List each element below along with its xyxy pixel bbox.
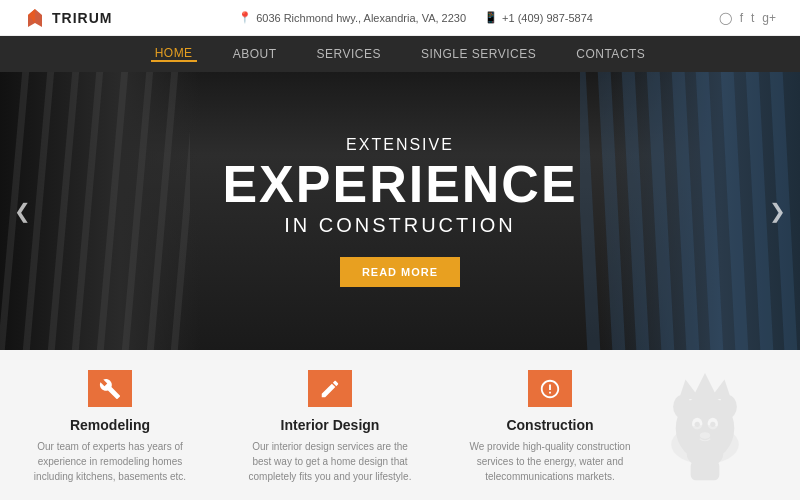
interior-title: Interior Design bbox=[281, 417, 380, 433]
lion-watermark bbox=[640, 360, 770, 490]
building-line-r-4 bbox=[647, 72, 674, 350]
top-bar-contact: 📍 6036 Richmond hwy., Alexandria, VA, 22… bbox=[238, 11, 593, 24]
instagram-icon[interactable]: ◯ bbox=[719, 11, 732, 25]
main-nav: HOME ABOUT SERVICES SINGLE SERVICES CONT… bbox=[0, 36, 800, 72]
building-line-6 bbox=[122, 72, 153, 350]
building-line-3 bbox=[47, 72, 78, 350]
address-info: 📍 6036 Richmond hwy., Alexandria, VA, 22… bbox=[238, 11, 466, 24]
nav-home[interactable]: HOME bbox=[151, 46, 197, 62]
service-card-construction: Construction We provide high-quality con… bbox=[440, 350, 660, 500]
svg-point-4 bbox=[673, 395, 691, 418]
svg-rect-13 bbox=[691, 461, 720, 481]
address-text: 6036 Richmond hwy., Alexandria, VA, 2230 bbox=[256, 12, 466, 24]
logo-text: TRIRUM bbox=[52, 10, 112, 26]
phone-text: +1 (409) 987-5874 bbox=[502, 12, 593, 24]
logo[interactable]: TRIRUM bbox=[24, 7, 112, 29]
building-line-4 bbox=[72, 72, 103, 350]
service-card-interior: Interior Design Our interior design serv… bbox=[220, 350, 440, 500]
phone-info: 📱 +1 (409) 987-5874 bbox=[484, 11, 593, 24]
remodeling-title: Remodeling bbox=[70, 417, 150, 433]
nav-about[interactable]: ABOUT bbox=[229, 47, 281, 61]
pencil-icon bbox=[319, 378, 341, 400]
logo-icon bbox=[24, 7, 46, 29]
hero-cta-button[interactable]: READ MORE bbox=[340, 257, 460, 287]
svg-point-5 bbox=[719, 395, 737, 418]
social-icon-group: ◯ f t g+ bbox=[719, 11, 776, 25]
building-line-5 bbox=[97, 72, 128, 350]
nav-contacts[interactable]: CONTACTS bbox=[572, 47, 649, 61]
nav-services[interactable]: SERVICES bbox=[312, 47, 384, 61]
googleplus-icon[interactable]: g+ bbox=[762, 11, 776, 25]
construction-icon-wrap bbox=[528, 370, 572, 407]
social-links: ◯ f t g+ bbox=[719, 11, 776, 25]
hero-next-button[interactable]: ❯ bbox=[769, 199, 786, 223]
construction-title: Construction bbox=[506, 417, 593, 433]
services-section: Remodeling Our team of experts has years… bbox=[0, 350, 800, 500]
building-line-r-2 bbox=[597, 72, 624, 350]
facebook-icon[interactable]: f bbox=[740, 11, 743, 25]
top-bar: TRIRUM 📍 6036 Richmond hwy., Alexandria,… bbox=[0, 0, 800, 36]
wrench-icon bbox=[99, 378, 121, 400]
construction-icon bbox=[539, 378, 561, 400]
building-line-r-3 bbox=[622, 72, 649, 350]
phone-icon: 📱 bbox=[484, 11, 498, 24]
building-line-r-6 bbox=[696, 72, 723, 350]
twitter-icon[interactable]: t bbox=[751, 11, 754, 25]
construction-desc: We provide high-quality construction ser… bbox=[464, 439, 636, 484]
remodeling-desc: Our team of experts has years of experie… bbox=[24, 439, 196, 484]
building-line-r-7 bbox=[721, 72, 748, 350]
building-lines-right bbox=[580, 72, 800, 350]
building-line-r-5 bbox=[671, 72, 698, 350]
hero-section: ❮ EXTENSIVE EXPERIENCE IN CONSTRUCTION R… bbox=[0, 72, 800, 350]
service-card-remodeling: Remodeling Our team of experts has years… bbox=[0, 350, 220, 500]
pin-icon: 📍 bbox=[238, 11, 252, 24]
svg-marker-2 bbox=[679, 373, 731, 399]
interior-desc: Our interior design services are the bes… bbox=[244, 439, 416, 484]
building-line-r-1 bbox=[580, 72, 600, 350]
hero-title: EXPERIENCE bbox=[222, 158, 577, 210]
hero-text-block: EXTENSIVE EXPERIENCE IN CONSTRUCTION REA… bbox=[222, 136, 577, 287]
hero-title2: IN CONSTRUCTION bbox=[222, 214, 577, 237]
hero-subtitle: EXTENSIVE bbox=[222, 136, 577, 154]
interior-icon-wrap bbox=[308, 370, 352, 407]
nav-single-services[interactable]: SINGLE SERVICES bbox=[417, 47, 540, 61]
building-line-7 bbox=[146, 72, 177, 350]
remodeling-icon-wrap bbox=[88, 370, 132, 407]
hero-prev-button[interactable]: ❮ bbox=[14, 199, 31, 223]
